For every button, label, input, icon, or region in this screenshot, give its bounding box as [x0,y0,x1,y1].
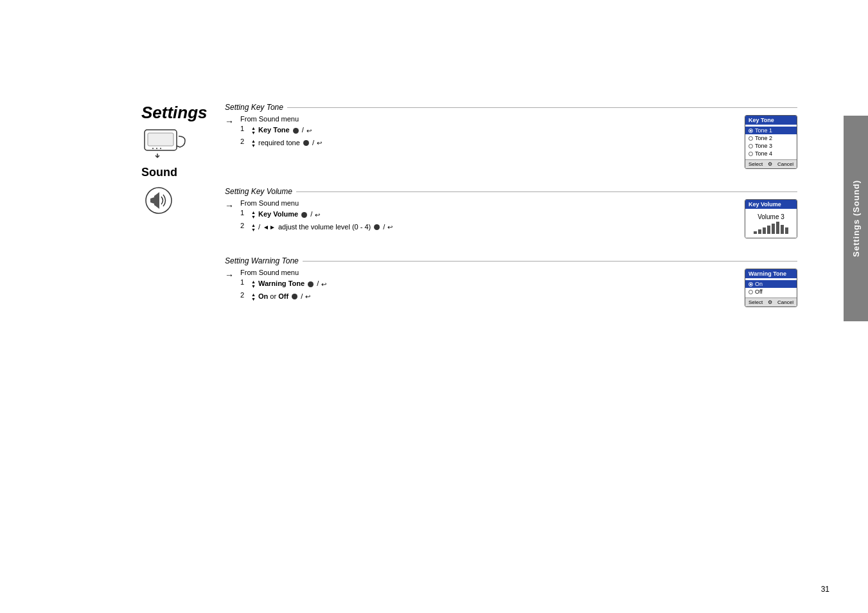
sound-label: Sound [141,166,218,179]
arrow-indicator: → [225,200,234,211]
screen-mockup: Warning ToneOnOffSelect⚙Cancel [745,269,797,307]
svg-point-3 [156,148,157,149]
from-sound-menu: From Sound menu [240,269,738,276]
settings-title: Settings [141,103,218,123]
section-key-volume: Setting Key Volume→From Sound menu1▲▼ Ke… [225,187,797,238]
section-heading: Setting Key Volume [225,187,797,196]
svg-rect-1 [148,133,173,146]
speaker-icon [141,184,180,220]
step-item: 1▲▼ Key Volume / ↩ [240,209,738,220]
section-key-tone: Setting Key Tone→From Sound menu1▲▼ Key … [225,103,797,169]
sidebar-tab: Settings (Sound) [844,116,868,321]
step-item: 2▲▼ required tone / ↩ [240,138,738,148]
instructions: From Sound menu1▲▼ Key Tone / ↩2▲▼ requi… [240,115,738,150]
sidebar-tab-label: Settings (Sound) [851,180,861,257]
phone-icon [141,127,193,162]
page-container: Settings (Sound) Settings [0,0,868,613]
page-number: 31 [821,585,829,594]
from-sound-menu: From Sound menu [240,115,738,123]
section-heading: Setting Warning Tone [225,256,797,265]
section-heading: Setting Key Tone [225,103,797,112]
screen-mockup: Key VolumeVolume 3 [745,199,797,238]
settings-header: Settings Sound [141,103,218,220]
step-item: 1▲▼ Warning Tone / ↩ [240,278,738,289]
step-item: 2▲▼ On or Off / ↩ [240,291,738,302]
step-item: 1▲▼ Key Tone / ↩ [240,125,738,136]
svg-point-4 [160,148,161,149]
from-sound-menu: From Sound menu [240,199,738,207]
section-warning-tone: Setting Warning Tone→From Sound menu1▲▼ … [225,256,797,307]
sections-area: Setting Key Tone→From Sound menu1▲▼ Key … [225,103,797,562]
arrow-indicator: → [225,116,234,127]
arrow-indicator: → [225,270,234,280]
instructions: From Sound menu1▲▼ Key Volume / ↩2▲▼ / ◄… [240,199,738,234]
main-content: Settings Sound [141,103,836,562]
screen-mockup: Key ToneTone 1Tone 2Tone 3Tone 4Select⚙C… [745,115,797,169]
svg-point-2 [152,148,154,149]
step-item: 2▲▼ / ◄► adjust the volume level (0 - 4)… [240,222,738,233]
instructions: From Sound menu1▲▼ Warning Tone / ↩2▲▼ O… [240,269,738,303]
